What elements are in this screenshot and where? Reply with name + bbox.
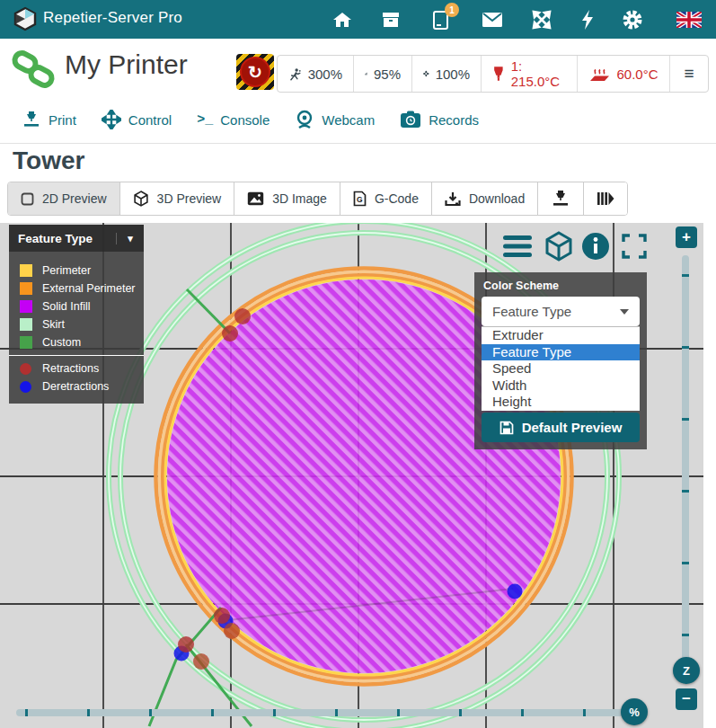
info-icon[interactable]	[582, 233, 609, 263]
printer-status-bar: 300% 95% 100% 1: 215.0°C	[277, 55, 709, 93]
button-layer-range[interactable]	[584, 182, 627, 215]
emergency-stop-button[interactable]: ↻	[236, 54, 274, 90]
navbar: Repetier-Server Pro 1	[0, 0, 716, 39]
z-slider-handle[interactable]: Z	[673, 657, 700, 684]
tab-print-label: Print	[49, 112, 76, 128]
zoom-in-button[interactable]: +	[676, 226, 697, 248]
expand-arrows-icon[interactable]	[530, 8, 553, 31]
slider-tick	[682, 418, 689, 421]
emergency-stop-icon: ↻	[240, 57, 270, 87]
slider-tick	[682, 562, 689, 564]
power-bolt-icon[interactable]	[576, 8, 599, 31]
app-logo	[13, 6, 38, 31]
tab-control[interactable]: Control	[102, 110, 172, 129]
slider-tick	[87, 709, 90, 716]
runner-icon	[288, 66, 302, 83]
progress-slider-track[interactable]	[16, 709, 629, 716]
speed-badge[interactable]: 300%	[278, 56, 354, 92]
swatch	[20, 336, 32, 349]
tab-control-label: Control	[128, 112, 172, 128]
square-outline-icon	[21, 192, 34, 206]
printer-tabs: Print Control >_ Console Webcam	[0, 96, 716, 144]
printer-menu-button[interactable]: ≡	[670, 56, 708, 92]
records-camera-icon	[400, 111, 421, 129]
slider-tick	[211, 709, 214, 716]
button-3d-image-label: 3D Image	[272, 191, 327, 206]
slider-tick	[682, 634, 689, 636]
button-download-label: Download	[469, 191, 525, 206]
fan-badge[interactable]: 100%	[412, 56, 482, 92]
repetier-app: Repetier-Server Pro 1	[0, 0, 716, 728]
tab-console-label: Console	[220, 112, 270, 128]
mail-icon[interactable]	[481, 8, 504, 31]
chevron-down-icon: ▾	[116, 233, 144, 244]
swatch	[20, 318, 32, 331]
save-floppy-icon	[499, 421, 514, 435]
legend-item-custom: Custom	[20, 334, 144, 351]
color-scheme-select[interactable]: Feature Type	[482, 297, 640, 326]
marker-dot	[20, 363, 31, 375]
fullscreen-icon[interactable]	[622, 234, 647, 262]
tab-webcam[interactable]: Webcam	[295, 110, 375, 129]
image-icon	[247, 191, 264, 206]
option-width[interactable]: Width	[482, 377, 640, 395]
option-feature-type[interactable]: Feature Type	[482, 344, 640, 361]
swatch	[20, 264, 32, 277]
canvas-3d-cube-icon[interactable]	[544, 231, 574, 265]
color-scheme-label: Color Scheme	[483, 280, 559, 292]
button-gcode[interactable]: G G-Code	[340, 182, 432, 215]
archive-box-icon[interactable]	[379, 8, 402, 31]
button-2d-preview[interactable]: 2D Preview	[8, 182, 120, 215]
button-2d-preview-label: 2D Preview	[42, 191, 107, 206]
button-3d-preview[interactable]: 3D Preview	[120, 182, 235, 215]
flow-value: 95%	[374, 67, 401, 82]
button-download[interactable]: Download	[432, 182, 538, 215]
language-flag-icon[interactable]	[676, 8, 703, 31]
slider-tick	[583, 709, 586, 716]
flow-badge[interactable]: 95%	[354, 56, 412, 92]
slider-tick	[273, 709, 276, 716]
fan-value: 100%	[436, 67, 470, 82]
printer-icon	[551, 190, 570, 208]
hamburger-icon: ≡	[684, 64, 694, 84]
color-scheme-options: Extruder Feature Type Speed Width Height	[482, 326, 640, 411]
slider-tick	[149, 709, 152, 716]
slider-tick	[682, 346, 689, 349]
move-arrows-icon	[102, 110, 121, 129]
swatch	[20, 282, 32, 295]
gcode-2d-preview-canvas[interactable]: Feature Type ▾ Perimeter External Perime…	[0, 223, 703, 728]
home-icon[interactable]	[331, 8, 354, 31]
extruder-temp-badge[interactable]: 1: 215.0°C	[482, 56, 578, 92]
zoom-out-button[interactable]: −	[676, 688, 697, 710]
percent-slider-handle[interactable]: %	[621, 698, 648, 725]
layer-slider-track[interactable]	[682, 255, 689, 661]
heated-bed-icon	[588, 66, 610, 83]
legend-header[interactable]: Feature Type ▾	[9, 225, 144, 252]
flow-bars-icon	[365, 66, 367, 82]
download-icon	[445, 191, 461, 207]
legend-item-skirt: Skirt	[20, 316, 144, 333]
canvas-menu-icon[interactable]	[503, 235, 532, 262]
legend-divider	[9, 355, 144, 356]
tab-console[interactable]: >_ Console	[197, 112, 270, 128]
bed-temp-badge[interactable]: 60.0°C	[578, 56, 670, 92]
option-speed[interactable]: Speed	[482, 360, 640, 377]
default-preview-label: Default Preview	[522, 420, 623, 435]
button-3d-image[interactable]: 3D Image	[234, 182, 340, 215]
marker-dot	[20, 381, 31, 393]
chevron-down-icon	[620, 309, 629, 315]
extruder-icon	[492, 65, 505, 83]
button-gcode-label: G-Code	[375, 191, 419, 206]
webcam-icon	[295, 110, 314, 129]
swatch	[20, 300, 32, 313]
option-height[interactable]: Height	[482, 394, 640, 411]
tab-print[interactable]: Print	[22, 111, 76, 129]
default-preview-button[interactable]: Default Preview	[482, 413, 640, 442]
legend-panel: Feature Type ▾ Perimeter External Perime…	[9, 225, 144, 404]
settings-gear-icon[interactable]	[621, 8, 644, 31]
bed-temp-value: 60.0°C	[616, 67, 658, 82]
fan-icon	[423, 65, 429, 83]
option-extruder[interactable]: Extruder	[482, 327, 640, 344]
button-print-job[interactable]	[538, 182, 584, 215]
tab-records[interactable]: Records	[400, 111, 479, 129]
